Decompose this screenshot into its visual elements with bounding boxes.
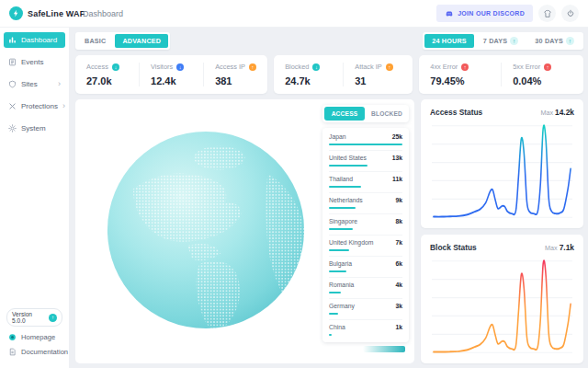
globe-icon (101, 125, 311, 335)
block-status-max: Max7.1k (545, 243, 574, 252)
chevron-right-icon: › (62, 102, 65, 110)
tab-label: ADVANCED (122, 37, 161, 45)
sidebar-link-label: Documentation (21, 348, 68, 356)
dashboard-body: ACCESS BLOCKED Japan25kUnited States13kT… (75, 99, 583, 363)
sidebar-item-label: Sites (21, 80, 38, 88)
tab-basic[interactable]: BASIC (77, 34, 113, 48)
join-discord-button[interactable]: JOIN OUR DISCORD (436, 5, 533, 22)
country-bar (329, 144, 402, 146)
sidebar-link-documentation[interactable]: Documentation (8, 348, 61, 356)
arrow-up-circle-icon: ↑ (544, 63, 551, 71)
country-name: Netherlands (329, 197, 363, 203)
country-name: Bulgaria (329, 260, 352, 267)
sidebar-item-protections[interactable]: Protections› (4, 98, 65, 114)
country-value: 3k (395, 303, 402, 309)
sidebar-item-dashboard[interactable]: Dashboard (4, 32, 65, 48)
stat-label: Visitors (151, 63, 173, 71)
sidebar: DashboardEventsSites›Protections›System … (0, 28, 69, 368)
app-logo[interactable]: SafeLine WAF (9, 6, 70, 20)
sidebar-item-label: System (21, 124, 46, 132)
main-content: BASICADVANCED 24 HOURS7 DAYS↑30 DAYS↑ Ac… (69, 28, 588, 368)
country-stats-overlay: ACCESS BLOCKED Japan25kUnited States13kT… (322, 105, 409, 342)
tab-30-days[interactable]: 30 DAYS↑ (527, 34, 582, 48)
stat-value: 27.0k (86, 75, 128, 86)
version-badge[interactable]: Version 5.0.0 ↑ (6, 308, 62, 327)
breadcrumb: Dashboard (83, 9, 123, 18)
discord-label: JOIN OUR DISCORD (458, 10, 525, 17)
country-bar (329, 270, 346, 273)
country-bar (329, 186, 361, 189)
map-color-legend (363, 346, 405, 352)
stat-attack-ip: Attack IP↑31 (343, 63, 413, 86)
sidebar-nav: DashboardEventsSites›Protections›System (0, 28, 69, 136)
sidebar-item-events[interactable]: Events (4, 54, 65, 70)
stat-label: Access IP (215, 63, 245, 71)
tab-24-hours[interactable]: 24 HOURS (424, 34, 474, 48)
country-item-romania: Romania4k (329, 277, 402, 298)
tab-label: BASIC (85, 37, 106, 45)
version-label: Version 5.0.0 (12, 311, 46, 324)
toggle-access[interactable]: ACCESS (324, 107, 365, 121)
tab-advanced[interactable]: ADVANCED (115, 34, 168, 48)
globe-visualization (101, 125, 311, 335)
country-item-thailand: Thailand11k (329, 171, 402, 192)
stat-value: 24.7k (285, 75, 332, 86)
sidebar-item-system[interactable]: System (4, 121, 65, 136)
upgrade-arrow-icon: ↑ (49, 314, 57, 322)
country-bar (329, 249, 349, 252)
tab-7-days[interactable]: 7 DAYS↑ (476, 34, 526, 48)
country-item-united-states: United States13k (329, 150, 402, 171)
time-range-tabs: 24 HOURS7 DAYS↑30 DAYS↑ (423, 32, 583, 50)
chevron-right-icon: › (58, 80, 61, 88)
arrow-up-circle-icon: ↑ (249, 63, 256, 71)
country-item-bulgaria: Bulgaria6k (329, 256, 402, 277)
country-value: 6k (395, 260, 402, 267)
country-name: China (329, 324, 345, 330)
stat-card: 4xx Error↑79.45%5xx Error↑0.04% (419, 55, 583, 94)
arrow-up-circle-icon: ↑ (386, 63, 393, 71)
country-name: United Kingdom (329, 239, 373, 246)
country-bar (329, 207, 356, 210)
stats-row: Access↓27.0kVisitors↓12.4kAccess IP↑381B… (75, 55, 583, 94)
country-name: United States (329, 155, 367, 161)
country-item-netherlands: Netherlands9k (329, 192, 402, 213)
access-status-card: Access Status Max14.2k (421, 99, 583, 228)
stat-blocked: Blocked↓24.7k (274, 63, 343, 86)
country-bar (329, 334, 332, 337)
stat-value: 12.4k (151, 75, 192, 86)
arrow-down-circle-icon: ↓ (176, 63, 184, 71)
tshirt-icon-button[interactable] (538, 5, 556, 22)
shield-icon (8, 80, 17, 88)
stat-access-ip: Access IP↑381 (203, 63, 267, 86)
arrow-up-circle-icon: ↑ (461, 63, 469, 71)
country-bar (329, 292, 341, 294)
toggle-blocked[interactable]: BLOCKED (367, 107, 407, 121)
country-value: 4k (395, 282, 402, 288)
stat-card: Blocked↓24.7kAttack IP↑31 (274, 55, 413, 94)
filter-bar: BASICADVANCED 24 HOURS7 DAYS↑30 DAYS↑ (75, 32, 583, 50)
stat-value: 381 (215, 75, 256, 86)
block-status-chart (430, 257, 574, 357)
tab-label: 30 DAYS (535, 37, 563, 45)
sidebar-link-homepage[interactable]: Homepage (8, 333, 61, 341)
list-icon (8, 58, 17, 66)
stat-visitors: Visitors↓12.4k (139, 63, 203, 86)
country-item-china: China1k (329, 319, 402, 340)
discord-icon (445, 10, 454, 17)
sidebar-item-sites[interactable]: Sites› (4, 76, 65, 92)
block-status-card: Block Status Max7.1k (421, 235, 583, 363)
stat-label: Access (86, 63, 108, 71)
country-value: 25k (392, 133, 402, 140)
country-item-germany: Germany3k (329, 298, 402, 319)
country-value: 13k (392, 155, 402, 161)
stat-value: 0.04% (513, 75, 572, 86)
arrow-down-circle-icon: ↓ (112, 63, 119, 71)
access-status-title: Access Status (430, 108, 482, 117)
power-icon-button[interactable] (561, 5, 579, 22)
stat-value: 79.45% (430, 75, 490, 86)
topbar-actions: JOIN OUR DISCORD (436, 5, 579, 22)
country-value: 9k (395, 197, 402, 203)
country-name: Singapore (329, 218, 357, 224)
brand-name: SafeLine WAF (28, 9, 85, 18)
sidebar-item-label: Dashboard (21, 36, 57, 44)
